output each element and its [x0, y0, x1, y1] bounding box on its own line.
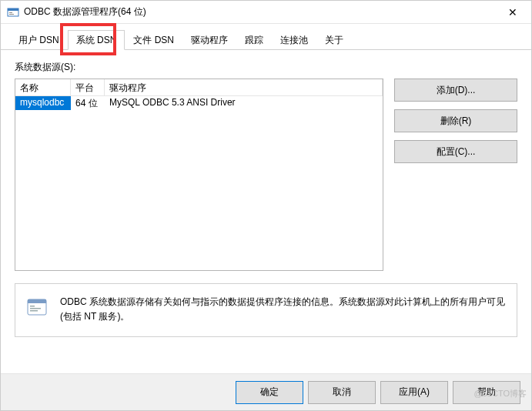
list-row[interactable]: mysqlodbc 64 位 MySQL ODBC 5.3 ANSI Drive… — [15, 96, 383, 110]
tab-tracing[interactable]: 跟踪 — [236, 30, 272, 50]
info-icon — [25, 295, 49, 319]
help-button[interactable]: 帮助 — [453, 381, 520, 404]
list-header: 名称 平台 驱动程序 — [15, 79, 383, 96]
titlebar: ODBC 数据源管理程序(64 位) ✕ — [1, 1, 531, 24]
bottom-bar: 确定 取消 应用(A) 帮助 — [1, 373, 531, 410]
data-panel: 名称 平台 驱动程序 mysqlodbc 64 位 MySQL ODBC 5.3… — [15, 79, 517, 271]
tab-file-dsn[interactable]: 文件 DSN — [125, 30, 182, 50]
apply-button[interactable]: 应用(A) — [380, 381, 448, 404]
side-buttons: 添加(D)... 删除(R) 配置(C)... — [394, 79, 517, 271]
svg-rect-5 — [28, 299, 46, 303]
tab-system-dsn[interactable]: 系统 DSN — [68, 30, 125, 50]
cell-name: mysqlodbc — [15, 96, 71, 110]
tab-about[interactable]: 关于 — [316, 30, 352, 50]
cancel-button[interactable]: 取消 — [308, 381, 376, 404]
datasource-label: 系统数据源(S): — [15, 61, 517, 74]
info-box: ODBC 系统数据源存储有关如何与指示的数据提供程序连接的信息。系统数据源对此计… — [15, 283, 517, 337]
tab-pooling[interactable]: 连接池 — [272, 30, 316, 50]
col-header-platform[interactable]: 平台 — [71, 79, 105, 95]
col-header-name[interactable]: 名称 — [15, 79, 71, 95]
window-title: ODBC 数据源管理程序(64 位) — [24, 5, 500, 18]
add-button[interactable]: 添加(D)... — [394, 79, 517, 102]
datasource-list[interactable]: 名称 平台 驱动程序 mysqlodbc 64 位 MySQL ODBC 5.3… — [15, 79, 383, 271]
app-icon — [7, 6, 19, 18]
remove-button[interactable]: 删除(R) — [394, 109, 517, 132]
svg-rect-1 — [8, 8, 18, 11]
svg-rect-8 — [30, 310, 38, 312]
configure-button[interactable]: 配置(C)... — [394, 140, 517, 163]
tab-drivers[interactable]: 驱动程序 — [182, 30, 236, 50]
ok-button[interactable]: 确定 — [236, 381, 303, 404]
tab-strip: 用户 DSN 系统 DSN 文件 DSN 驱动程序 跟踪 连接池 关于 — [1, 28, 531, 50]
svg-rect-3 — [9, 14, 14, 15]
cell-platform: 64 位 — [71, 96, 105, 110]
info-text: ODBC 系统数据源存储有关如何与指示的数据提供程序连接的信息。系统数据源对此计… — [60, 295, 507, 324]
col-header-driver[interactable]: 驱动程序 — [105, 79, 383, 95]
cell-driver: MySQL ODBC 5.3 ANSI Driver — [105, 96, 383, 110]
tab-content: 系统数据源(S): 名称 平台 驱动程序 mysqlodbc 64 位 MySQ… — [1, 50, 531, 337]
svg-rect-7 — [30, 308, 41, 309]
svg-rect-6 — [30, 306, 35, 307]
close-button[interactable]: ✕ — [500, 2, 525, 23]
svg-rect-2 — [9, 12, 12, 13]
tab-user-dsn[interactable]: 用户 DSN — [10, 30, 68, 50]
